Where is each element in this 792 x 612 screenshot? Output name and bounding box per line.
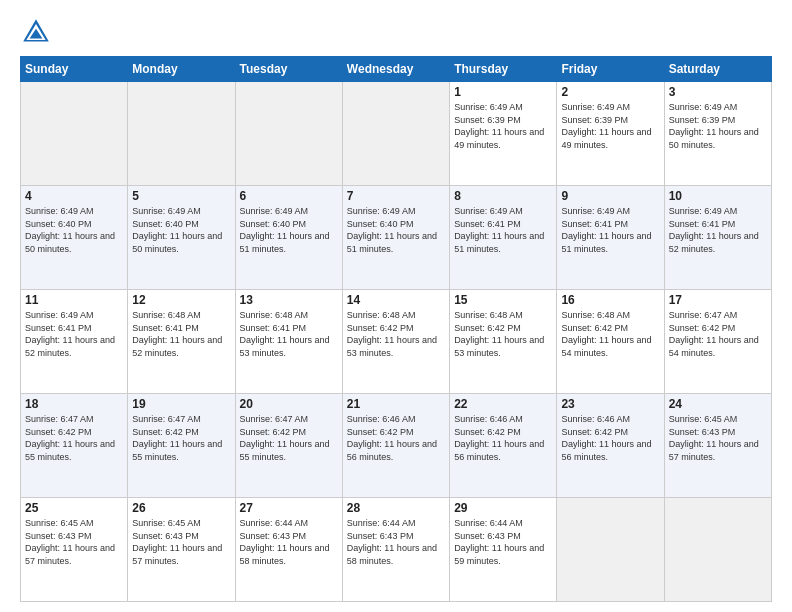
day-number: 12 [132, 293, 230, 307]
day-info: Sunrise: 6:48 AMSunset: 6:42 PMDaylight:… [561, 309, 659, 359]
day-info: Sunrise: 6:49 AMSunset: 6:41 PMDaylight:… [561, 205, 659, 255]
calendar-cell [21, 82, 128, 186]
calendar-cell: 5Sunrise: 6:49 AMSunset: 6:40 PMDaylight… [128, 186, 235, 290]
day-info: Sunrise: 6:49 AMSunset: 6:41 PMDaylight:… [669, 205, 767, 255]
calendar-cell: 2Sunrise: 6:49 AMSunset: 6:39 PMDaylight… [557, 82, 664, 186]
day-info: Sunrise: 6:48 AMSunset: 6:41 PMDaylight:… [240, 309, 338, 359]
calendar-cell [235, 82, 342, 186]
day-number: 27 [240, 501, 338, 515]
calendar-cell: 12Sunrise: 6:48 AMSunset: 6:41 PMDayligh… [128, 290, 235, 394]
calendar-header-row: SundayMondayTuesdayWednesdayThursdayFrid… [21, 57, 772, 82]
calendar-cell: 3Sunrise: 6:49 AMSunset: 6:39 PMDaylight… [664, 82, 771, 186]
day-header-wednesday: Wednesday [342, 57, 449, 82]
day-number: 25 [25, 501, 123, 515]
day-number: 1 [454, 85, 552, 99]
calendar-cell: 1Sunrise: 6:49 AMSunset: 6:39 PMDaylight… [450, 82, 557, 186]
day-number: 16 [561, 293, 659, 307]
day-number: 6 [240, 189, 338, 203]
calendar-table: SundayMondayTuesdayWednesdayThursdayFrid… [20, 56, 772, 602]
day-header-friday: Friday [557, 57, 664, 82]
calendar-cell: 29Sunrise: 6:44 AMSunset: 6:43 PMDayligh… [450, 498, 557, 602]
day-number: 13 [240, 293, 338, 307]
day-number: 2 [561, 85, 659, 99]
calendar-cell: 8Sunrise: 6:49 AMSunset: 6:41 PMDaylight… [450, 186, 557, 290]
day-info: Sunrise: 6:46 AMSunset: 6:42 PMDaylight:… [561, 413, 659, 463]
day-number: 14 [347, 293, 445, 307]
day-info: Sunrise: 6:48 AMSunset: 6:41 PMDaylight:… [132, 309, 230, 359]
calendar-cell: 15Sunrise: 6:48 AMSunset: 6:42 PMDayligh… [450, 290, 557, 394]
day-info: Sunrise: 6:49 AMSunset: 6:41 PMDaylight:… [25, 309, 123, 359]
day-number: 11 [25, 293, 123, 307]
calendar-cell: 24Sunrise: 6:45 AMSunset: 6:43 PMDayligh… [664, 394, 771, 498]
day-info: Sunrise: 6:49 AMSunset: 6:40 PMDaylight:… [347, 205, 445, 255]
calendar-cell [128, 82, 235, 186]
calendar-cell: 26Sunrise: 6:45 AMSunset: 6:43 PMDayligh… [128, 498, 235, 602]
day-info: Sunrise: 6:49 AMSunset: 6:41 PMDaylight:… [454, 205, 552, 255]
day-info: Sunrise: 6:45 AMSunset: 6:43 PMDaylight:… [669, 413, 767, 463]
calendar-cell [557, 498, 664, 602]
calendar-cell: 11Sunrise: 6:49 AMSunset: 6:41 PMDayligh… [21, 290, 128, 394]
day-number: 21 [347, 397, 445, 411]
day-number: 26 [132, 501, 230, 515]
calendar-cell: 10Sunrise: 6:49 AMSunset: 6:41 PMDayligh… [664, 186, 771, 290]
calendar-cell: 16Sunrise: 6:48 AMSunset: 6:42 PMDayligh… [557, 290, 664, 394]
calendar-cell: 19Sunrise: 6:47 AMSunset: 6:42 PMDayligh… [128, 394, 235, 498]
calendar-cell: 18Sunrise: 6:47 AMSunset: 6:42 PMDayligh… [21, 394, 128, 498]
day-number: 7 [347, 189, 445, 203]
calendar-cell: 21Sunrise: 6:46 AMSunset: 6:42 PMDayligh… [342, 394, 449, 498]
day-info: Sunrise: 6:49 AMSunset: 6:39 PMDaylight:… [561, 101, 659, 151]
calendar-cell [664, 498, 771, 602]
calendar-cell: 14Sunrise: 6:48 AMSunset: 6:42 PMDayligh… [342, 290, 449, 394]
day-number: 28 [347, 501, 445, 515]
week-row-2: 11Sunrise: 6:49 AMSunset: 6:41 PMDayligh… [21, 290, 772, 394]
day-info: Sunrise: 6:44 AMSunset: 6:43 PMDaylight:… [240, 517, 338, 567]
day-number: 9 [561, 189, 659, 203]
day-info: Sunrise: 6:45 AMSunset: 6:43 PMDaylight:… [25, 517, 123, 567]
day-info: Sunrise: 6:49 AMSunset: 6:39 PMDaylight:… [669, 101, 767, 151]
day-number: 29 [454, 501, 552, 515]
day-number: 24 [669, 397, 767, 411]
calendar-cell: 25Sunrise: 6:45 AMSunset: 6:43 PMDayligh… [21, 498, 128, 602]
day-info: Sunrise: 6:47 AMSunset: 6:42 PMDaylight:… [132, 413, 230, 463]
day-header-tuesday: Tuesday [235, 57, 342, 82]
day-number: 18 [25, 397, 123, 411]
calendar-cell: 17Sunrise: 6:47 AMSunset: 6:42 PMDayligh… [664, 290, 771, 394]
day-info: Sunrise: 6:47 AMSunset: 6:42 PMDaylight:… [25, 413, 123, 463]
calendar-cell: 20Sunrise: 6:47 AMSunset: 6:42 PMDayligh… [235, 394, 342, 498]
day-info: Sunrise: 6:47 AMSunset: 6:42 PMDaylight:… [240, 413, 338, 463]
calendar-cell: 7Sunrise: 6:49 AMSunset: 6:40 PMDaylight… [342, 186, 449, 290]
day-info: Sunrise: 6:46 AMSunset: 6:42 PMDaylight:… [454, 413, 552, 463]
day-number: 3 [669, 85, 767, 99]
day-info: Sunrise: 6:49 AMSunset: 6:40 PMDaylight:… [240, 205, 338, 255]
calendar-cell: 28Sunrise: 6:44 AMSunset: 6:43 PMDayligh… [342, 498, 449, 602]
calendar-cell: 6Sunrise: 6:49 AMSunset: 6:40 PMDaylight… [235, 186, 342, 290]
calendar-cell: 4Sunrise: 6:49 AMSunset: 6:40 PMDaylight… [21, 186, 128, 290]
logo-icon [20, 16, 52, 48]
week-row-1: 4Sunrise: 6:49 AMSunset: 6:40 PMDaylight… [21, 186, 772, 290]
calendar-cell: 23Sunrise: 6:46 AMSunset: 6:42 PMDayligh… [557, 394, 664, 498]
day-info: Sunrise: 6:47 AMSunset: 6:42 PMDaylight:… [669, 309, 767, 359]
day-info: Sunrise: 6:49 AMSunset: 6:39 PMDaylight:… [454, 101, 552, 151]
day-header-sunday: Sunday [21, 57, 128, 82]
day-number: 10 [669, 189, 767, 203]
page-header [20, 16, 772, 48]
calendar-cell [342, 82, 449, 186]
week-row-0: 1Sunrise: 6:49 AMSunset: 6:39 PMDaylight… [21, 82, 772, 186]
day-info: Sunrise: 6:44 AMSunset: 6:43 PMDaylight:… [347, 517, 445, 567]
calendar-cell: 13Sunrise: 6:48 AMSunset: 6:41 PMDayligh… [235, 290, 342, 394]
day-info: Sunrise: 6:44 AMSunset: 6:43 PMDaylight:… [454, 517, 552, 567]
week-row-3: 18Sunrise: 6:47 AMSunset: 6:42 PMDayligh… [21, 394, 772, 498]
day-info: Sunrise: 6:49 AMSunset: 6:40 PMDaylight:… [132, 205, 230, 255]
day-number: 8 [454, 189, 552, 203]
day-header-saturday: Saturday [664, 57, 771, 82]
logo [20, 16, 56, 48]
day-number: 4 [25, 189, 123, 203]
day-info: Sunrise: 6:45 AMSunset: 6:43 PMDaylight:… [132, 517, 230, 567]
week-row-4: 25Sunrise: 6:45 AMSunset: 6:43 PMDayligh… [21, 498, 772, 602]
day-number: 19 [132, 397, 230, 411]
day-number: 17 [669, 293, 767, 307]
day-number: 23 [561, 397, 659, 411]
day-header-monday: Monday [128, 57, 235, 82]
day-number: 15 [454, 293, 552, 307]
day-info: Sunrise: 6:48 AMSunset: 6:42 PMDaylight:… [347, 309, 445, 359]
